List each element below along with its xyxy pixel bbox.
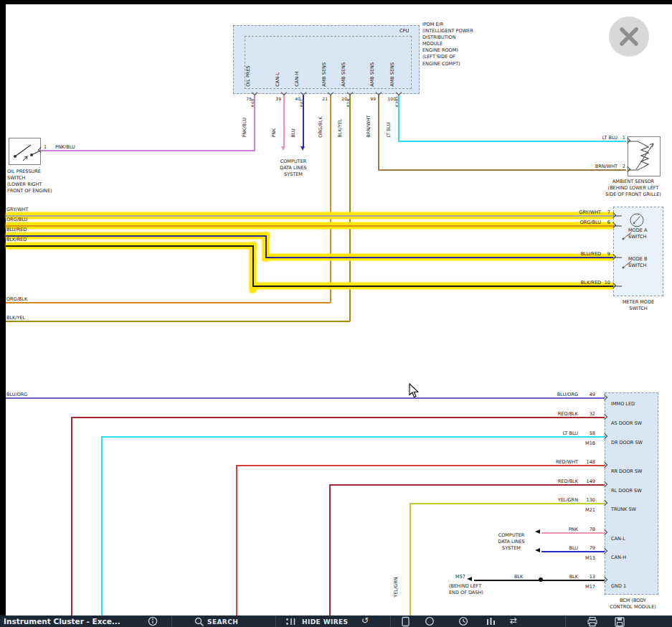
mode-b-switch-label: MODE BSWITCH: [628, 256, 647, 269]
wire-color-label: BLU: [290, 128, 297, 138]
splice-dot: [539, 578, 543, 582]
wire-blkyel-h[interactable]: [6, 321, 350, 322]
ipdm-pin-label: AMB SENS: [341, 62, 347, 87]
wire-ltblu-v[interactable]: [398, 95, 399, 141]
connector-id: M21: [585, 507, 595, 514]
bcm-pin-label: RL DOOR SW: [611, 488, 642, 494]
info-icon[interactable]: [148, 616, 158, 626]
can-arrow-icon: [535, 548, 540, 552]
ipdm-cpu-box: [245, 36, 412, 89]
wire-blured-v[interactable]: [265, 235, 267, 258]
ipdm-pin-number: 99: [370, 96, 376, 102]
bcm-pin-label: CAN-H: [611, 555, 626, 561]
pin-number: 49: [590, 392, 595, 398]
wire-color-label: BRN/WHT: [366, 115, 372, 137]
wire-redblk1-v[interactable]: [71, 417, 72, 616]
print-icon[interactable]: [587, 616, 599, 627]
connector-id: M18: [585, 440, 595, 447]
wire-redwht-v[interactable]: [236, 465, 237, 616]
bcm-pin-label: GND 1: [611, 583, 626, 590]
ambient-wire-label: LT BLU: [602, 135, 617, 141]
top-edge-bar: [0, 0, 672, 4]
ipdm-pin-number: 21: [322, 96, 328, 102]
can-h-arrow-icon: [300, 146, 305, 151]
search-icon: [194, 617, 204, 627]
connector-id: M17: [585, 584, 595, 590]
wire-redblk2-v[interactable]: [329, 484, 331, 616]
wire-color-label: GRY/WHT: [6, 207, 29, 213]
wire-orgblu-h[interactable]: [6, 225, 614, 227]
wire-blkred-h1[interactable]: [6, 245, 254, 247]
toolbar-separator: [565, 616, 566, 627]
bottom-toolbar: Instrument Cluster - Exce... SEARCH HIDE…: [0, 616, 672, 627]
thermistor-symbol: [628, 136, 661, 176]
wire-orgblk-v[interactable]: [330, 95, 331, 303]
close-button[interactable]: [609, 16, 649, 57]
history-icon[interactable]: [458, 616, 469, 627]
wire-color-label: YEL/GRN: [558, 497, 578, 504]
wire-blured-h1[interactable]: [6, 235, 267, 237]
save-icon[interactable]: [614, 616, 625, 627]
bcm-pin-label: RR DOOR SW: [611, 468, 642, 475]
pin-number: 13: [590, 574, 595, 580]
wire-color-label: PNK: [569, 527, 578, 533]
search-button[interactable]: SEARCH: [207, 618, 238, 626]
wire-bluorg-h[interactable]: [6, 397, 605, 399]
wire-color-label: BLK/RED: [6, 237, 27, 243]
ipdm-cpu-label: CPU: [399, 28, 409, 34]
wire-color-label: BLK: [569, 574, 578, 580]
wire-blu-v[interactable]: [303, 95, 304, 146]
wire-color-label: BLU: [569, 545, 578, 552]
wire-pnkblu-v[interactable]: [254, 95, 255, 151]
wire-blkred-h2[interactable]: [252, 286, 614, 287]
wire-color-label: BLU/RED: [581, 251, 601, 258]
ipdm-pin-label: CAN-L: [275, 72, 281, 87]
wire-ltblu2-v[interactable]: [101, 436, 103, 616]
hide-wires-button[interactable]: HIDE WIRES: [302, 618, 348, 626]
connector-id: M13: [585, 555, 595, 562]
ipdm-title: IPDM E/R(INTELLIGENT POWERDISTRIBUTIONMO…: [422, 22, 473, 67]
levels-icon[interactable]: [486, 616, 496, 626]
wire-redblk1-h[interactable]: [71, 417, 605, 418]
wire-blkred-v[interactable]: [252, 245, 254, 287]
wire-orgblk-h[interactable]: [6, 302, 331, 303]
wire-color-label: PNK: [271, 128, 278, 138]
wire-color-label: BLU/RED: [6, 227, 27, 233]
ground-id: M57: [455, 574, 465, 580]
wire-color-label: BLK: [514, 574, 523, 580]
bcm-pin-label: DR DOOR SW: [611, 440, 643, 446]
ipdm-pin-number: 39: [275, 96, 281, 102]
pin-number: 32: [590, 411, 595, 418]
oil-switch-pin: 1: [44, 144, 47, 151]
left-edge-bar: [0, 0, 6, 627]
compare-icon[interactable]: ⇄: [510, 616, 517, 625]
wire-redwht-h[interactable]: [236, 465, 605, 466]
ambient-pin: 1: [623, 135, 625, 141]
wire-pnk-v[interactable]: [283, 95, 285, 146]
toolbar-separator: [171, 616, 172, 627]
page-icon[interactable]: [401, 616, 411, 627]
undo-icon[interactable]: ↺: [361, 616, 369, 625]
oil-switch-wire-label: PNK/BLU: [55, 144, 75, 151]
wire-ltblu-h[interactable]: [398, 141, 626, 142]
toolbar-separator: [275, 616, 276, 627]
wire-color-label: BLK/YEL: [337, 119, 344, 138]
ambient-sensor-name: AMBIENT SENSOR(BEHIND LOWER LEFTSIDE OF …: [595, 179, 671, 198]
wire-color-label: ORG/BLU: [580, 220, 601, 226]
wire-color-label: BLU/ORG: [6, 392, 27, 398]
wire-blured-h2[interactable]: [265, 257, 614, 258]
ambient-wire-label: BRN/WHT: [595, 164, 617, 170]
bcm-name: BCM (BODYCONTROL MODULE): [602, 598, 663, 610]
ipdm-pin-label: AMB SENS: [389, 62, 396, 87]
wire-grywht-h[interactable]: [6, 215, 614, 217]
wire-brnwht-h[interactable]: [378, 169, 626, 171]
oil-switch-name: OIL PRESSURESWITCH(LOWER RIGHTFRONT OF E…: [7, 169, 52, 194]
wire-yelgrn-v[interactable]: [410, 503, 411, 616]
wire-brnwht-v[interactable]: [378, 95, 379, 170]
ground-arrow-icon: [467, 577, 472, 581]
zoom-icon[interactable]: [425, 616, 435, 627]
pin-number: 149: [587, 478, 595, 485]
computer-data-lines-top: COMPUTERDATA LINESSYSTEM: [273, 159, 313, 178]
wire-ltblu2-h[interactable]: [101, 436, 605, 438]
mouse-cursor: [409, 383, 420, 399]
